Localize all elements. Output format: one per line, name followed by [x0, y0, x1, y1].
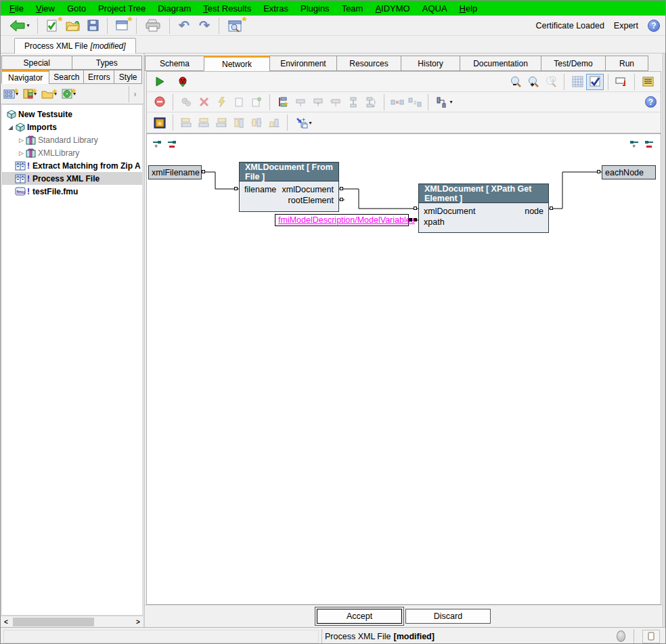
new-step-button[interactable]: ★: [274, 94, 292, 110]
add-output-pin-button[interactable]: +: [629, 139, 640, 150]
properties-button[interactable]: [639, 74, 657, 90]
menu-plugins[interactable]: Plugins: [294, 1, 336, 16]
menu-goto[interactable]: Goto: [61, 1, 92, 16]
new-folder-button[interactable]: ★ ▾: [41, 89, 57, 99]
remove-output-pin-button[interactable]: [644, 139, 654, 150]
back-dropdown-icon[interactable]: ▾: [26, 22, 29, 28]
help-button[interactable]: ?: [648, 20, 660, 32]
scroll-right-icon[interactable]: >: [133, 618, 143, 626]
menu-file[interactable]: File: [3, 1, 30, 16]
menu-team[interactable]: Team: [336, 1, 370, 16]
menu-view[interactable]: View: [30, 1, 61, 16]
tab-errors[interactable]: Errors: [83, 70, 114, 84]
tab-search[interactable]: Search: [49, 70, 84, 84]
open-button[interactable]: [62, 17, 83, 35]
connect-nodes-button[interactable]: 2: [406, 94, 424, 110]
run-button[interactable]: [151, 74, 169, 90]
output-pin[interactable]: [202, 170, 205, 173]
align-middle-button[interactable]: [248, 114, 265, 131]
menu-project-tree[interactable]: Project Tree: [92, 1, 152, 16]
tree-item-xmllibrary[interactable]: ▷ XMLLibrary: [2, 146, 142, 159]
network-help-button[interactable]: ?: [645, 96, 657, 108]
paste-add-dropdown-icon[interactable]: ▾: [309, 120, 311, 126]
step-block-from-file[interactable]: XMLDocument [ From File ] filename xmlDo…: [239, 162, 339, 212]
output-pin[interactable]: [340, 187, 343, 190]
disconnect-nodes-button[interactable]: [388, 94, 406, 110]
tree-item-testsuite[interactable]: New Testsuite: [2, 108, 142, 121]
add-step-button[interactable]: [292, 94, 309, 110]
panel-expand-button[interactable]: ›: [129, 86, 141, 102]
align-left-button[interactable]: [177, 114, 195, 131]
paste-add-button[interactable]: + ▾: [292, 114, 316, 131]
tab-resources[interactable]: Resources: [336, 56, 401, 71]
status-page-icon[interactable]: [642, 630, 660, 643]
pin-page-new-button[interactable]: [248, 94, 265, 110]
remove-breakpoint-button[interactable]: [151, 94, 169, 110]
align-center-button[interactable]: [195, 114, 213, 131]
tab-history[interactable]: History: [401, 56, 460, 71]
menu-help[interactable]: Help: [453, 1, 484, 16]
pin-page-button[interactable]: [230, 94, 248, 110]
align-bottom-button[interactable]: [265, 114, 283, 131]
input-node-xmlfilename[interactable]: xmlFilename: [148, 165, 202, 179]
tab-navigator[interactable]: Navigator: [1, 70, 49, 84]
tree-item-standard-library[interactable]: ▷ Standard Library: [2, 133, 142, 146]
zoom-in-button[interactable]: [525, 74, 542, 90]
connector-style-dropdown-icon[interactable]: ▾: [449, 99, 452, 105]
tree-item-extract-matching[interactable]: ! Extract Matching from Zip A: [2, 159, 142, 172]
scrollbar-thumb[interactable]: [13, 618, 94, 626]
tree-hscrollbar[interactable]: < >: [1, 616, 143, 627]
zoom-reset-button[interactable]: 1: [542, 74, 560, 90]
add-io-step-button[interactable]: [327, 94, 345, 110]
new-resource-button[interactable]: ★ ▾: [62, 89, 76, 99]
tab-schema[interactable]: Schema: [145, 56, 204, 71]
menu-aqua[interactable]: AQUA: [416, 1, 453, 16]
tab-network[interactable]: Network: [204, 56, 270, 71]
constant-output-pin[interactable]: [409, 218, 412, 221]
align-top-button[interactable]: [230, 114, 248, 131]
menu-aidymo[interactable]: AIDYMO: [369, 1, 416, 16]
discard-button[interactable]: Discard: [405, 609, 491, 624]
expander-collapsed-icon[interactable]: ▷: [17, 137, 26, 144]
new-window-button[interactable]: ★: [112, 17, 132, 35]
document-tab[interactable]: Process XML File [modified]: [14, 38, 136, 53]
align-right-button[interactable]: [213, 114, 230, 131]
new-block-button[interactable]: ★ ▾: [23, 89, 37, 99]
output-pin[interactable]: [550, 207, 553, 210]
tree-item-imports[interactable]: ◢ Imports: [2, 121, 142, 133]
save-button[interactable]: [83, 17, 103, 35]
snap-toggle-button[interactable]: [586, 74, 604, 90]
redo-button[interactable]: ↷: [194, 17, 215, 35]
new-testcase-button[interactable]: ★ ▾: [3, 89, 18, 99]
input-pin[interactable]: [597, 170, 600, 173]
new-test-button[interactable]: ★: [42, 17, 62, 35]
network-canvas[interactable]: + + xmlFilename XMLDocument [ From File …: [146, 133, 661, 605]
accept-button[interactable]: Accept: [317, 609, 402, 624]
output-pin[interactable]: [340, 198, 343, 201]
pin-delete-button[interactable]: [195, 94, 213, 110]
auto-layout-button[interactable]: ★: [151, 114, 169, 131]
step-block-xpath-get-element[interactable]: XMLDocument [ XPath Get Element ] xmlDoc…: [418, 184, 549, 233]
menu-diagram[interactable]: Diagram: [152, 1, 197, 16]
show-grid-button[interactable]: [569, 74, 586, 90]
tab-environment[interactable]: Environment: [269, 56, 337, 71]
settings-browser-button[interactable]: ★: [223, 17, 246, 35]
print-button[interactable]: [141, 17, 165, 35]
vertical-connector-button[interactable]: [345, 94, 362, 110]
pin-trigger-button[interactable]: [213, 94, 230, 110]
add-input-pin-button[interactable]: +: [152, 139, 163, 150]
tab-run[interactable]: Run: [605, 56, 648, 71]
add-comment-step-button[interactable]: [309, 94, 327, 110]
connector-loop-button[interactable]: [362, 94, 380, 110]
back-button[interactable]: ▾: [6, 17, 33, 35]
tab-types[interactable]: Types: [72, 56, 143, 70]
pin-settings-button[interactable]: [177, 94, 195, 110]
expander-expanded-icon[interactable]: ◢: [6, 124, 15, 131]
tab-style[interactable]: Style: [114, 70, 142, 84]
remove-input-pin-button[interactable]: [167, 139, 178, 150]
output-node-eachnode[interactable]: eachNode: [602, 165, 656, 179]
expander-collapsed-icon[interactable]: ▷: [17, 150, 26, 156]
project-tree[interactable]: New Testsuite ◢ Imports ▷ Standard Libra…: [1, 104, 143, 616]
tab-special[interactable]: Special: [1, 56, 72, 70]
connector-style-button[interactable]: ▾: [432, 94, 457, 110]
